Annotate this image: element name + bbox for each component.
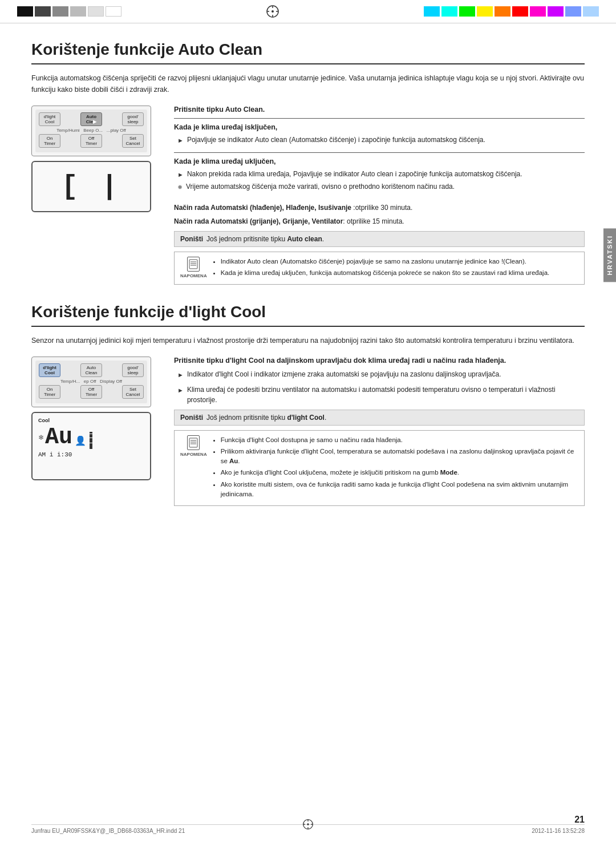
bar-1 [90, 432, 92, 434]
bullet-on-2-text: Vrijeme automatskog čišćenja može varira… [186, 181, 455, 192]
section1-title: Korištenje funkcije Auto Clean [31, 41, 585, 64]
au-text: Au [45, 424, 72, 450]
ponisti-text-2: Još jednom pritisnite tipku d'light Cool… [206, 414, 326, 422]
remote-btn-set-cancel: SetCancel [122, 134, 144, 148]
swatches-left [17, 6, 121, 17]
remote2-btn-good-sleep: good'sleep [122, 363, 144, 377]
section1-instruction: Pritisnite tipku Auto Clean. [174, 106, 585, 114]
swatch-cyan1 [424, 6, 440, 17]
page-number: 21 [574, 815, 585, 825]
napomena-icon-2: NAPOMENA [180, 435, 207, 501]
display2-time: AM i i:30 [38, 451, 144, 458]
sub-section-off: Kada je klima uređaj isključen, ► Pojavl… [174, 118, 585, 152]
arrow-icon-1: ► [177, 136, 184, 145]
remote-label-row2: Temp/Humi Beep O... ...play Off [39, 128, 144, 133]
remote2-label-row2: Temp/H... ep Off Display Off [39, 379, 144, 384]
swatch-white [106, 6, 121, 17]
display-text-1: [ | [62, 171, 121, 202]
bullet-on-1-text: Nakon prekida rada klima uređaja, Pojavl… [187, 169, 522, 180]
napomena2-item-4: Ako koristite multi sistem, ova će funkc… [221, 480, 578, 500]
display-box-2: Cool ❄ Au 👤 [31, 412, 151, 480]
display2-main-char: Au 👤 [45, 424, 92, 450]
ponisti-box-1: Poništi Još jednom pritisnite tipku Auto… [174, 231, 585, 247]
top-bar [0, 0, 616, 23]
remote2-btn-set-cancel: SetCancel [122, 385, 144, 399]
arrow-icon-3: ► [177, 370, 184, 380]
svg-rect-6 [189, 260, 197, 269]
swatch-orange [495, 6, 510, 17]
important1-bold: Način rada Automatski (hlađenje), Hlađen… [174, 204, 353, 212]
display-box-1: [ | [31, 161, 151, 212]
bullet-on-1: ► Nakon prekida rada klima uređaja, Poja… [174, 169, 585, 180]
napomena-label-2: NAPOMENA [180, 451, 207, 458]
important-text-2: Način rada Automatski (grijanje), Grijan… [174, 216, 585, 226]
remote2-btn-dlight: d'lightCool [39, 363, 60, 377]
swatch-red [512, 6, 528, 17]
bar-3 [90, 438, 92, 443]
remote2-btn-off-timer: OffTimer [80, 385, 102, 399]
section2-desc: Senzor na unutarnjoj jedinici koji mjeri… [31, 335, 585, 346]
swatch-mid [52, 6, 68, 17]
doc-icon-1 [187, 257, 200, 272]
section2-bullet-1-text: Indikator d'light Cool i indikator izmje… [187, 369, 501, 380]
napomena-item-2: Kada je klima uređaj uključen, funkcija … [221, 268, 550, 278]
sub-section-on-title: Kada je klima uređaj uključen, [174, 157, 585, 165]
swatches-right [424, 6, 599, 17]
napomena-content-1: Indikator Auto clean (Automatsko čišćenj… [213, 257, 550, 280]
sub-section-on: Kada je klima uređaj uključen, ► Nakon p… [174, 152, 585, 199]
display2-main-row: ❄ Au 👤 [38, 424, 144, 450]
swatch-green [459, 6, 475, 17]
display2-cool-label: Cool [38, 418, 144, 423]
section2-body: d'lightCool AutoClean good'sleep Temp/H.… [31, 357, 585, 511]
compass-icon [133, 5, 412, 18]
swatch-black [17, 6, 33, 17]
swatch-lighter [88, 6, 104, 17]
napomena2-item-3: Ako je funkcija d'light Cool uključena, … [221, 468, 578, 477]
remote2-row-3: OnTimer OffTimer SetCancel [39, 385, 144, 399]
important2-rest: : otprilike 15 minuta. [343, 217, 404, 225]
footer-right: 2012-11-16 13:52:28 [532, 828, 585, 834]
section2-title: Korištenje funkcije d'light Cool [31, 303, 585, 327]
remote-btn-on-timer: OnTimer [39, 134, 60, 148]
swatch-cyan2 [441, 6, 457, 17]
napomena2-item-2: Prilikom aktiviranja funkcije d'light Co… [221, 447, 578, 467]
remote-btn-good-sleep: good'sleep [122, 112, 144, 126]
ponisti-text-1: Još jednom pritisnite tipku Auto clean. [206, 235, 324, 243]
swatch-violet [548, 6, 564, 17]
napomena-label-1: NAPOMENA [180, 273, 207, 280]
section2-left: d'lightCool AutoClean good'sleep Temp/H.… [31, 357, 163, 511]
section-dlight-cool: Korištenje funkcije d'light Cool Senzor … [31, 303, 585, 511]
sub-section-off-title: Kada je klima uređaj isključen, [174, 123, 585, 131]
page-content: Korištenje funkcije Auto Clean Funkcija … [0, 23, 616, 539]
side-tab-hrvatski: HRVATSKI [603, 228, 616, 282]
snowflake-icon: ❄ [38, 434, 44, 442]
ponisti-label-1: Poništi [180, 235, 203, 243]
important2-bold: Način rada Automatski (grijanje), Grijan… [174, 217, 343, 225]
svg-point-1 [271, 10, 274, 13]
section1-left: d'lightCool AutoCle▶ good'sleep Temp/Hum… [31, 106, 163, 289]
arrow-icon-2: ► [177, 170, 184, 180]
napomena-box-2: NAPOMENA Funkcija d'light Cool dostupna … [174, 430, 585, 507]
section1-desc: Funkcija automatskog čišćenja spriječiti… [31, 72, 585, 95]
remote-btn-dlight: d'lightCool [39, 112, 60, 126]
remote-btn-auto-clean: AutoCle▶ [80, 112, 102, 126]
section1-right: Pritisnite tipku Auto Clean. Kada je kli… [174, 106, 585, 289]
remote-control-2: d'lightCool AutoClean good'sleep Temp/H.… [31, 357, 151, 407]
ponisti-box-2: Poništi Još jednom pritisnite tipku d'li… [174, 410, 585, 426]
section2-bullet-1: ► Indikator d'light Cool i indikator izm… [174, 369, 585, 380]
important1-rest: :otprilike 30 minuta. [353, 204, 412, 212]
napomena-box-1: NAPOMENA Indikator Auto clean (Automatsk… [174, 252, 585, 285]
remote2-btn-auto-clean: AutoClean [80, 363, 102, 377]
signal-bars [90, 432, 92, 449]
section2-instruction: Pritisnite tipku d'light Cool na daljins… [174, 357, 585, 365]
remote2-row-1: d'lightCool AutoClean good'sleep [39, 363, 144, 377]
remote-inner-2: d'lightCool AutoClean good'sleep Temp/H.… [35, 361, 147, 403]
section1-body: d'lightCool AutoCle▶ good'sleep Temp/Hum… [31, 106, 585, 289]
section2-right: Pritisnite tipku d'light Cool na daljins… [174, 357, 585, 511]
remote2-btn-on-timer: OnTimer [39, 385, 60, 399]
napomena-icon-1: NAPOMENA [180, 257, 207, 280]
bottom-compass [302, 819, 314, 832]
swatch-blue2 [583, 6, 599, 17]
section-auto-clean: Korištenje funkcije Auto Clean Funkcija … [31, 41, 585, 289]
svg-rect-10 [189, 438, 197, 447]
